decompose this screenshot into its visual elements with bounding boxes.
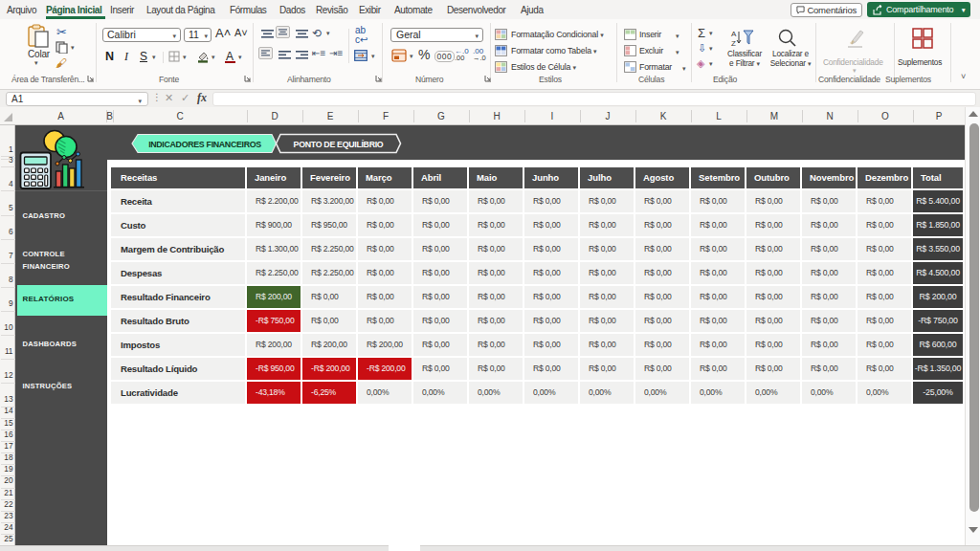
svg-text:Z: Z: [731, 39, 736, 48]
svg-text:A: A: [731, 30, 737, 38]
